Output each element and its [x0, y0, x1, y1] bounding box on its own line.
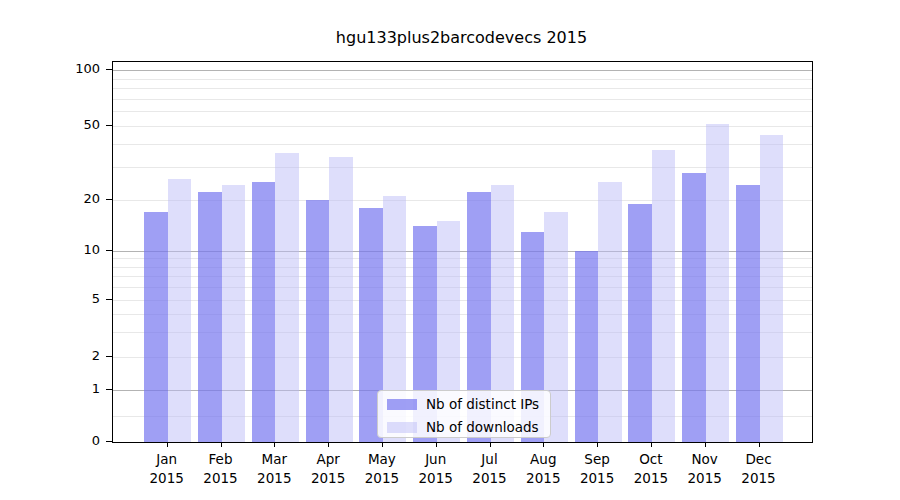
x-tick-mark: [651, 443, 652, 447]
bar-distinct-ips-nov: [682, 173, 706, 442]
minor-gridline: [113, 111, 812, 112]
y-tick-label: 2: [50, 348, 100, 364]
bar-distinct-ips-mar: [252, 182, 276, 442]
x-tick-mark: [543, 443, 544, 447]
bar-distinct-ips-apr: [306, 200, 330, 442]
y-tick-label: 50: [50, 117, 100, 133]
x-tick-label-dec: Dec2015: [727, 450, 791, 488]
bar-downloads-mar: [275, 153, 299, 443]
y-tick-label: 100: [50, 61, 100, 77]
legend-entry-downloads: Nb of downloads: [387, 417, 550, 437]
bar-distinct-ips-oct: [628, 204, 652, 442]
bar-distinct-ips-sep: [575, 251, 599, 442]
bar-downloads-apr: [329, 157, 353, 442]
x-tick-mark: [328, 443, 329, 447]
plot-area: Nb of distinct IPs Nb of downloads: [112, 61, 813, 443]
bar-distinct-ips-jan: [144, 212, 168, 442]
y-tick-mark: [106, 250, 113, 251]
y-tick-label: 5: [50, 291, 100, 307]
bar-downloads-feb: [222, 185, 246, 442]
major-gridline: [113, 70, 812, 71]
x-tick-mark: [436, 443, 437, 447]
chart-title: hgu133plus2barcodevecs 2015: [112, 28, 811, 47]
x-tick-mark: [167, 443, 168, 447]
minor-gridline: [113, 79, 812, 80]
legend-swatch-distinct-ips: [387, 399, 417, 410]
x-tick-mark: [274, 443, 275, 447]
y-tick-mark: [106, 299, 113, 300]
bar-downloads-jan: [168, 179, 192, 442]
x-tick-mark: [490, 443, 491, 447]
x-tick-mark: [221, 443, 222, 447]
download-stats-chart: hgu133plus2barcodevecs 2015 Nb of distin…: [0, 0, 900, 500]
legend-swatch-downloads: [387, 422, 417, 433]
legend-entry-distinct-ips: Nb of distinct IPs: [387, 394, 550, 414]
y-tick-label: 1: [50, 381, 100, 397]
bar-downloads-sep: [598, 182, 622, 442]
y-tick-mark: [106, 69, 113, 70]
legend-label-downloads: Nb of downloads: [426, 419, 539, 435]
minor-gridline: [113, 88, 812, 89]
x-tick-mark: [705, 443, 706, 447]
x-tick-mark: [597, 443, 598, 447]
legend: Nb of distinct IPs Nb of downloads: [377, 390, 551, 438]
y-tick-mark: [106, 389, 113, 390]
y-tick-label: 10: [50, 242, 100, 258]
y-tick-mark: [106, 125, 113, 126]
y-tick-label: 20: [50, 191, 100, 207]
bar-downloads-dec: [760, 135, 784, 443]
bar-downloads-nov: [706, 124, 730, 442]
x-tick-mark: [759, 443, 760, 447]
y-tick-label: 0: [50, 433, 100, 449]
bar-downloads-oct: [652, 150, 676, 442]
bar-distinct-ips-feb: [198, 192, 222, 442]
y-tick-mark: [106, 356, 113, 357]
legend-label-distinct-ips: Nb of distinct IPs: [426, 396, 539, 412]
bar-distinct-ips-dec: [736, 185, 760, 442]
y-tick-mark: [106, 199, 113, 200]
minor-gridline: [113, 99, 812, 100]
x-tick-mark: [382, 443, 383, 447]
y-tick-mark: [106, 441, 113, 442]
